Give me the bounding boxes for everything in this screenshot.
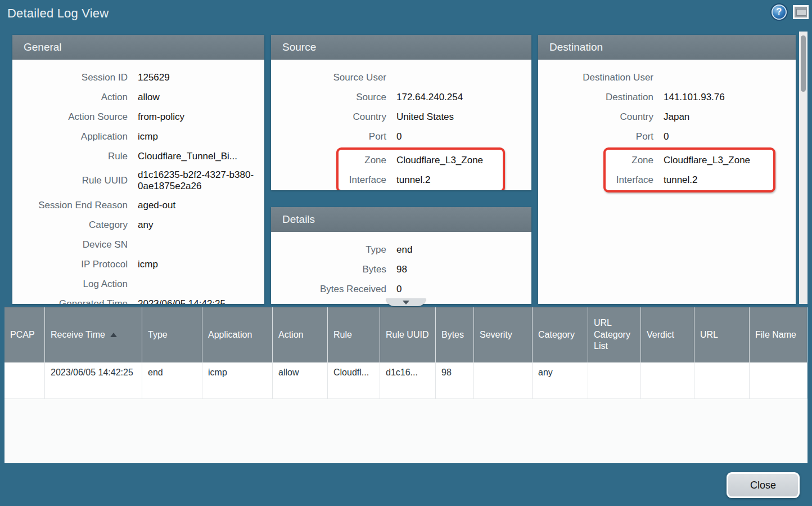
column-header-url[interactable]: URL bbox=[694, 307, 750, 362]
column-header-category[interactable]: Category bbox=[533, 307, 588, 362]
panel-scrollbar-track[interactable] bbox=[799, 32, 808, 304]
column-header-receive-time[interactable]: Receive Time bbox=[45, 307, 142, 362]
column-header-pcap[interactable]: PCAP bbox=[4, 307, 45, 362]
source-panel-title: Source bbox=[271, 41, 316, 53]
field-ip-protocol: IP Protocolicmp bbox=[12, 254, 264, 274]
column-label: PCAP bbox=[10, 329, 35, 341]
destination-panel: Destination Destination User Destination… bbox=[538, 35, 796, 304]
close-button[interactable]: Close bbox=[727, 472, 800, 498]
field-destination: Destination141.101.93.76 bbox=[538, 87, 796, 107]
column-header-application[interactable]: Application bbox=[202, 307, 273, 362]
field-label: Category bbox=[12, 220, 128, 231]
page-title: Detailed Log View bbox=[7, 6, 109, 21]
destination-panel-title: Destination bbox=[538, 41, 603, 53]
source-zone-highlight-box: ZoneCloudflare_L3_Zone Interfacetunnel.2 bbox=[336, 147, 505, 190]
field-source-zone: ZoneCloudflare_L3_Zone bbox=[339, 150, 503, 170]
field-label: Session End Reason bbox=[12, 200, 128, 211]
column-label: Severity bbox=[480, 329, 512, 341]
field-value: 0 bbox=[396, 131, 402, 142]
field-value: tunnel.2 bbox=[396, 174, 431, 186]
column-label: Category bbox=[538, 329, 575, 341]
column-header-action[interactable]: Action bbox=[273, 307, 328, 362]
field-destination-zone: ZoneCloudflare_L3_Zone bbox=[606, 150, 773, 170]
field-destination-country: CountryJapan bbox=[538, 107, 796, 127]
field-bytes-received: Bytes Received0 bbox=[271, 279, 531, 299]
field-label: Action bbox=[12, 92, 128, 103]
cell-url-category-list bbox=[588, 362, 641, 398]
general-panel: General Session ID125629 Actionallow Act… bbox=[12, 35, 264, 304]
field-label: Country bbox=[271, 111, 386, 123]
field-value: Cloudflare_L3_Zone bbox=[664, 155, 750, 166]
field-source-interface: Interfacetunnel.2 bbox=[339, 170, 503, 190]
title-bar: Detailed Log View ? bbox=[0, 0, 812, 31]
field-source: Source172.64.240.254 bbox=[271, 87, 531, 107]
column-header-rule[interactable]: Rule bbox=[328, 307, 380, 362]
column-header-rule-uuid[interactable]: Rule UUID bbox=[380, 307, 436, 362]
field-label: Application bbox=[12, 131, 128, 142]
field-destination-interface: Interfacetunnel.2 bbox=[606, 170, 773, 190]
log-table: PCAP Receive Time Type Application Actio… bbox=[4, 307, 808, 463]
general-panel-title: General bbox=[12, 41, 62, 53]
column-label: File Name bbox=[755, 329, 796, 341]
field-label: Port bbox=[538, 131, 653, 142]
general-panel-header: General bbox=[12, 35, 264, 60]
column-header-severity[interactable]: Severity bbox=[474, 307, 533, 362]
field-source-port: Port0 bbox=[271, 127, 531, 146]
collapse-handle[interactable] bbox=[386, 298, 426, 306]
cell-bytes: 98 bbox=[436, 362, 474, 398]
source-panel-body: Source User Source172.64.240.254 Country… bbox=[271, 60, 531, 190]
field-value: 0 bbox=[396, 284, 402, 295]
field-label: Generated Time bbox=[12, 298, 128, 305]
field-label: Port bbox=[271, 131, 386, 142]
column-label: Rule UUID bbox=[386, 329, 428, 341]
field-source-country: CountryUnited States bbox=[271, 107, 531, 127]
details-panel-header: Details bbox=[271, 207, 531, 232]
field-value: from-policy bbox=[138, 111, 184, 123]
field-value: United States bbox=[396, 111, 454, 123]
field-label: Destination bbox=[538, 92, 653, 103]
field-value: icmp bbox=[138, 259, 158, 270]
general-panel-body: Session ID125629 Actionallow Action Sour… bbox=[12, 60, 264, 304]
field-value: Cloudflare_Tunnel_Bi... bbox=[138, 151, 237, 162]
field-rule-uuid: Rule UUIDd1c16235-b2f2-4327-b380-0ae1875… bbox=[12, 166, 264, 195]
field-value: 125629 bbox=[138, 72, 170, 83]
help-icon[interactable]: ? bbox=[772, 5, 787, 20]
field-value: Cloudflare_L3_Zone bbox=[396, 155, 483, 166]
column-label: Type bbox=[148, 329, 168, 341]
field-value: Japan bbox=[664, 111, 689, 123]
field-value: any bbox=[138, 220, 153, 231]
column-header-bytes[interactable]: Bytes bbox=[436, 307, 474, 362]
field-value: 0 bbox=[664, 131, 669, 142]
field-session-end-reason: Session End Reasonaged-out bbox=[12, 195, 264, 215]
destination-panel-header: Destination bbox=[538, 35, 796, 60]
column-header-type[interactable]: Type bbox=[142, 307, 202, 362]
field-label: Source User bbox=[271, 72, 386, 83]
source-panel-header: Source bbox=[271, 35, 531, 60]
table-row[interactable]: 2023/06/05 14:42:25 end icmp allow Cloud… bbox=[4, 362, 808, 399]
column-header-file-name[interactable]: File Name bbox=[750, 307, 808, 362]
field-device-sn: Device SN bbox=[12, 235, 264, 254]
field-label: Session ID bbox=[12, 72, 128, 83]
cell-application: icmp bbox=[202, 362, 273, 398]
column-label: Action bbox=[278, 329, 303, 341]
field-value: icmp bbox=[138, 131, 158, 142]
log-table-header: PCAP Receive Time Type Application Actio… bbox=[4, 307, 808, 362]
window-icon[interactable] bbox=[793, 5, 809, 19]
destination-panel-body: Destination User Destination141.101.93.7… bbox=[538, 60, 796, 192]
column-label: Rule bbox=[333, 329, 352, 341]
field-value: allow bbox=[138, 92, 160, 103]
column-header-url-category-list[interactable]: URL Category List bbox=[588, 307, 641, 362]
column-label: URL Category List bbox=[594, 317, 635, 352]
source-panel: Source Source User Source172.64.240.254 … bbox=[271, 35, 531, 190]
column-header-verdict[interactable]: Verdict bbox=[641, 307, 694, 362]
field-value: 98 bbox=[396, 264, 407, 275]
panel-scrollbar-thumb[interactable] bbox=[801, 35, 806, 92]
cell-url bbox=[694, 362, 750, 398]
field-session-id: Session ID125629 bbox=[12, 68, 264, 87]
field-value: tunnel.2 bbox=[664, 174, 698, 186]
cell-severity bbox=[474, 362, 533, 398]
cell-action: allow bbox=[273, 362, 328, 398]
field-value: d1c16235-b2f2-4327-b380-0ae1875e2a26 bbox=[138, 169, 256, 191]
window-icon-inner bbox=[796, 9, 806, 16]
field-log-action: Log Action bbox=[12, 274, 264, 294]
